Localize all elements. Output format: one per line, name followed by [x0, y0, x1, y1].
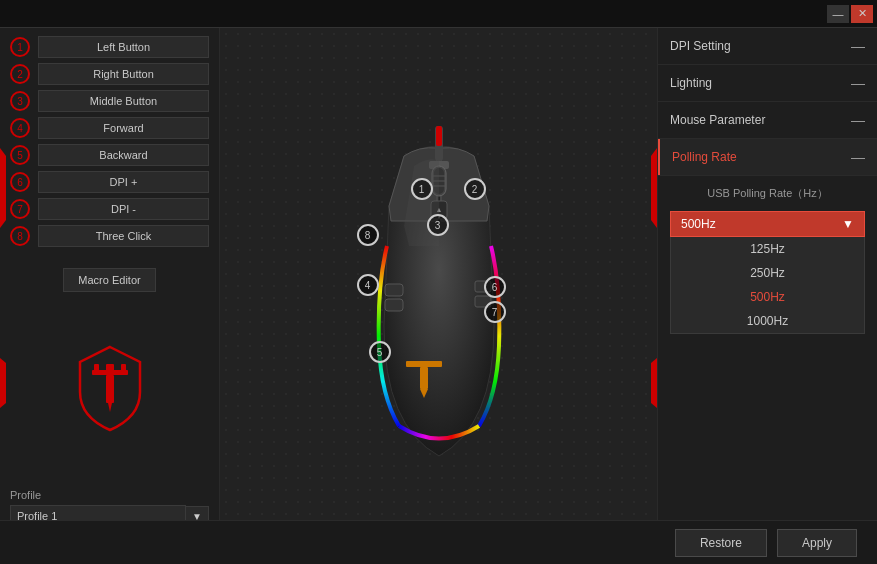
button-number-7: 7 [10, 199, 30, 219]
right-section-collapse-pollingRate: — [851, 149, 865, 165]
svg-rect-22 [436, 126, 442, 146]
button-row-5: 5 Backward [10, 144, 209, 166]
right-section-label-pollingRate: Polling Rate [672, 150, 737, 164]
polling-option-500Hz[interactable]: 500Hz [671, 285, 864, 309]
polling-selected-value: 500Hz [681, 217, 716, 231]
button-number-3: 3 [10, 91, 30, 111]
brand-logo [70, 342, 150, 432]
mouse-label-7: 7 [484, 301, 506, 323]
red-bar-left-2 [0, 358, 6, 408]
red-bar-right-2 [651, 358, 657, 408]
restore-button[interactable]: Restore [675, 529, 767, 557]
main-container: 1 Left Button 2 Right Button 3 Middle Bu… [0, 28, 877, 564]
mouse-illustration: ▲ ▼ [329, 126, 549, 466]
svg-rect-3 [106, 364, 114, 372]
polling-rate-title: USB Polling Rate（Hz） [670, 186, 865, 201]
close-button[interactable]: ✕ [851, 5, 873, 23]
polling-option-1000Hz[interactable]: 1000Hz [671, 309, 864, 333]
button-number-2: 2 [10, 64, 30, 84]
red-bar-right-1 [651, 148, 657, 228]
right-section-header-pollingRate[interactable]: Polling Rate — [658, 139, 877, 175]
button-label-3[interactable]: Middle Button [38, 90, 209, 112]
right-section-mouseParam: Mouse Parameter — [658, 102, 877, 139]
right-section-collapse-mouseParam: — [851, 112, 865, 128]
button-row-3: 3 Middle Button [10, 90, 209, 112]
button-number-5: 5 [10, 145, 30, 165]
button-row-8: 8 Three Click [10, 225, 209, 247]
button-label-6[interactable]: DPI + [38, 171, 209, 193]
mouse-label-6: 6 [484, 276, 506, 298]
polling-rate-content: USB Polling Rate（Hz） 500Hz ▼ 125Hz250Hz5… [658, 176, 877, 564]
mouse-label-5: 5 [369, 341, 391, 363]
button-label-7[interactable]: DPI - [38, 198, 209, 220]
right-sections: DPI Setting — Lighting — Mouse Parameter… [658, 28, 877, 176]
mouse-label-3: 3 [427, 214, 449, 236]
profile-label: Profile [10, 489, 209, 501]
button-label-4[interactable]: Forward [38, 117, 209, 139]
apply-button[interactable]: Apply [777, 529, 857, 557]
right-section-pollingRate: Polling Rate — [658, 139, 877, 176]
red-bar-left-1 [0, 148, 6, 228]
button-row-6: 6 DPI + [10, 171, 209, 193]
right-section-header-mouseParam[interactable]: Mouse Parameter — [658, 102, 877, 138]
title-bar: — ✕ [0, 0, 877, 28]
svg-rect-4 [121, 364, 126, 374]
bottom-bar: Restore Apply [0, 520, 877, 564]
button-row-2: 2 Right Button [10, 63, 209, 85]
mouse-label-1: 1 [411, 178, 433, 200]
right-section-header-dpi[interactable]: DPI Setting — [658, 28, 877, 64]
polling-selected[interactable]: 500Hz ▼ [670, 211, 865, 237]
svg-rect-15 [385, 284, 403, 296]
mouse-container: ▲ ▼ 123 [329, 126, 549, 466]
right-section-header-lighting[interactable]: Lighting — [658, 65, 877, 101]
center-panel: ▲ ▼ 123 [220, 28, 657, 564]
right-section-label-dpi: DPI Setting [670, 39, 731, 53]
polling-dropdown: 500Hz ▼ 125Hz250Hz500Hz1000Hz [670, 211, 865, 334]
right-section-dpi: DPI Setting — [658, 28, 877, 65]
left-panel: 1 Left Button 2 Right Button 3 Middle Bu… [0, 28, 220, 564]
right-section-collapse-dpi: — [851, 38, 865, 54]
button-label-8[interactable]: Three Click [38, 225, 209, 247]
polling-option-250Hz[interactable]: 250Hz [671, 261, 864, 285]
minimize-button[interactable]: — [827, 5, 849, 23]
right-section-collapse-lighting: — [851, 75, 865, 91]
button-label-1[interactable]: Left Button [38, 36, 209, 58]
svg-rect-1 [106, 375, 114, 403]
button-label-5[interactable]: Backward [38, 144, 209, 166]
button-row-4: 4 Forward [10, 117, 209, 139]
right-section-label-lighting: Lighting [670, 76, 712, 90]
button-row-1: 1 Left Button [10, 36, 209, 58]
logo-area [10, 292, 209, 481]
mouse-label-8: 8 [357, 224, 379, 246]
button-label-2[interactable]: Right Button [38, 63, 209, 85]
polling-dropdown-arrow: ▼ [842, 217, 854, 231]
right-panel: DPI Setting — Lighting — Mouse Parameter… [657, 28, 877, 564]
button-number-8: 8 [10, 226, 30, 246]
button-number-4: 4 [10, 118, 30, 138]
svg-rect-2 [94, 364, 99, 374]
mouse-label-2: 2 [464, 178, 486, 200]
right-section-label-mouseParam: Mouse Parameter [670, 113, 765, 127]
right-section-lighting: Lighting — [658, 65, 877, 102]
svg-rect-19 [406, 361, 442, 367]
button-list: 1 Left Button 2 Right Button 3 Middle Bu… [10, 36, 209, 252]
mouse-label-4: 4 [357, 274, 379, 296]
button-number-6: 6 [10, 172, 30, 192]
button-number-1: 1 [10, 37, 30, 57]
polling-options: 125Hz250Hz500Hz1000Hz [670, 237, 865, 334]
svg-rect-16 [385, 299, 403, 311]
polling-option-125Hz[interactable]: 125Hz [671, 237, 864, 261]
svg-rect-20 [420, 367, 428, 389]
macro-editor-button[interactable]: Macro Editor [63, 268, 155, 292]
button-row-7: 7 DPI - [10, 198, 209, 220]
